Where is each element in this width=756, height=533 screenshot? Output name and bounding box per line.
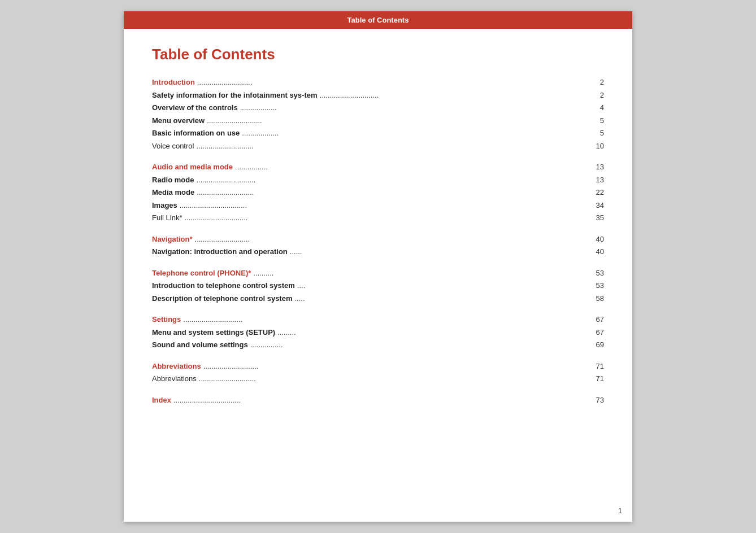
toc-heading-page: 71 bbox=[587, 361, 604, 372]
toc-entry-page: 5 bbox=[587, 115, 604, 126]
toc-heading-label: Introduction bbox=[152, 77, 195, 88]
toc-entry-dots: .................. bbox=[240, 102, 585, 113]
header-title: Table of Contents bbox=[347, 16, 409, 24]
toc-entry-label: Abbreviations bbox=[152, 373, 197, 385]
toc-entry-dots: ......... bbox=[277, 327, 585, 338]
toc-entry: Description of telephone control system … bbox=[152, 293, 604, 304]
toc-entry-label: Overview of the controls bbox=[152, 102, 238, 113]
page: Table of Contents Table of Contents Intr… bbox=[124, 11, 632, 522]
toc-entry-label: Basic information on use bbox=[152, 128, 240, 139]
toc-section-introduction: Introduction ...........................… bbox=[152, 77, 604, 151]
toc-heading-introduction: Introduction ...........................… bbox=[152, 77, 604, 88]
toc-entry-dots: ............................ bbox=[196, 141, 585, 152]
toc-entry: Navigation: introduction and operation .… bbox=[152, 246, 604, 257]
toc-entry: Abbreviations ..........................… bbox=[152, 373, 604, 385]
toc-heading-dots: ............................. bbox=[183, 314, 585, 325]
toc-entry: Images .................................… bbox=[152, 200, 604, 211]
toc-entry-dots: ............................... bbox=[184, 212, 585, 224]
toc-entry-label: Voice control bbox=[152, 141, 194, 152]
toc-entry-label: Menu overview bbox=[152, 115, 205, 126]
toc-entry: Sound and volume settings ..............… bbox=[152, 339, 604, 351]
toc-entry-dots: ...... bbox=[290, 246, 585, 257]
toc-heading-label: Index bbox=[152, 395, 171, 406]
toc-heading-dots: ................................. bbox=[173, 395, 585, 406]
content: Table of Contents Introduction .........… bbox=[124, 29, 632, 438]
toc-entry-page: 35 bbox=[587, 212, 604, 224]
toc-heading-page: 2 bbox=[587, 77, 604, 88]
toc-section-abbreviations: Abbreviations ..........................… bbox=[152, 361, 604, 385]
toc-entry: Safety information for the infotainment … bbox=[152, 90, 604, 101]
toc-entry: Menu and system settings (SETUP) .......… bbox=[152, 327, 604, 338]
toc-entry-dots: .................. bbox=[242, 128, 585, 139]
toc-entry-label: Images bbox=[152, 200, 177, 211]
toc-entry-label: Media mode bbox=[152, 187, 194, 198]
toc-entry-page: 2 bbox=[587, 90, 604, 101]
toc-entry: Introduction to telephone control system… bbox=[152, 280, 604, 291]
toc-entry-page: 40 bbox=[587, 246, 604, 257]
toc-entry-label: Menu and system settings (SETUP) bbox=[152, 327, 275, 338]
toc-entry-dots: ................ bbox=[250, 339, 585, 351]
toc-section-telephone: Telephone control (PHONE)* ..........53I… bbox=[152, 268, 604, 304]
toc-container: Introduction ...........................… bbox=[152, 77, 604, 405]
toc-heading-settings: Settings .............................67 bbox=[152, 314, 604, 325]
toc-heading-audio: Audio and media mode ................13 bbox=[152, 161, 604, 173]
toc-entry-dots: .... bbox=[297, 280, 585, 291]
toc-entry: Voice control ..........................… bbox=[152, 141, 604, 152]
toc-entry-label: Full Link* bbox=[152, 212, 182, 224]
toc-entry-page: 22 bbox=[587, 187, 604, 198]
toc-entry-dots: ..... bbox=[295, 293, 585, 304]
toc-heading-dots: .......... bbox=[253, 268, 585, 279]
toc-heading-page: 67 bbox=[587, 314, 604, 325]
toc-section-audio: Audio and media mode ................13R… bbox=[152, 161, 604, 224]
toc-heading-label: Navigation* bbox=[152, 234, 193, 245]
toc-section-navigation: Navigation* ...........................4… bbox=[152, 234, 604, 257]
toc-entry-label: Sound and volume settings bbox=[152, 339, 248, 351]
toc-heading-telephone: Telephone control (PHONE)* ..........53 bbox=[152, 268, 604, 279]
toc-entry-dots: ............................ bbox=[197, 187, 585, 198]
toc-entry-page: 69 bbox=[587, 339, 604, 351]
toc-entry-dots: ........................... bbox=[207, 115, 585, 126]
toc-section-index: Index .................................7… bbox=[152, 395, 604, 406]
toc-heading-dots: ........................... bbox=[195, 234, 585, 245]
toc-section-settings: Settings .............................67… bbox=[152, 314, 604, 351]
toc-heading-abbreviations: Abbreviations ..........................… bbox=[152, 361, 604, 372]
toc-entry-page: 5 bbox=[587, 128, 604, 139]
toc-entry-dots: ............................. bbox=[320, 90, 585, 101]
toc-heading-dots: ........................... bbox=[197, 77, 585, 88]
toc-heading-page: 13 bbox=[587, 161, 604, 173]
toc-heading-page: 73 bbox=[587, 395, 604, 406]
page-number: 1 bbox=[618, 507, 622, 515]
toc-entry: Overview of the controls ...............… bbox=[152, 102, 604, 113]
page-title: Table of Contents bbox=[152, 46, 604, 63]
toc-heading-navigation: Navigation* ...........................4… bbox=[152, 234, 604, 245]
toc-heading-dots: ................ bbox=[235, 161, 585, 173]
toc-heading-label: Abbreviations bbox=[152, 361, 201, 372]
toc-heading-label: Settings bbox=[152, 314, 181, 325]
toc-entry-label: Safety information for the infotainment … bbox=[152, 90, 318, 101]
toc-entry-page: 67 bbox=[587, 327, 604, 338]
toc-entry-page: 34 bbox=[587, 200, 604, 211]
toc-entry: Basic information on use ...............… bbox=[152, 128, 604, 139]
toc-entry-dots: ................................. bbox=[180, 200, 585, 211]
toc-entry-page: 58 bbox=[587, 293, 604, 304]
toc-entry-label: Navigation: introduction and operation bbox=[152, 246, 288, 257]
toc-entry: Full Link* .............................… bbox=[152, 212, 604, 224]
toc-entry-page: 71 bbox=[587, 373, 604, 385]
toc-heading-page: 53 bbox=[587, 268, 604, 279]
toc-entry-label: Introduction to telephone control system bbox=[152, 280, 295, 291]
toc-heading-page: 40 bbox=[587, 234, 604, 245]
toc-entry-page: 10 bbox=[587, 141, 604, 152]
toc-entry-dots: ............................. bbox=[196, 174, 585, 186]
header-bar: Table of Contents bbox=[124, 11, 632, 29]
toc-entry-page: 4 bbox=[587, 102, 604, 113]
toc-entry-page: 53 bbox=[587, 280, 604, 291]
toc-entry-page: 13 bbox=[587, 174, 604, 186]
toc-entry-dots: ............................ bbox=[199, 373, 585, 385]
toc-heading-index: Index .................................7… bbox=[152, 395, 604, 406]
toc-heading-dots: ........................... bbox=[203, 361, 585, 372]
toc-entry: Menu overview ..........................… bbox=[152, 115, 604, 126]
toc-entry: Media mode ............................2… bbox=[152, 187, 604, 198]
toc-entry-label: Radio mode bbox=[152, 174, 194, 186]
toc-entry-label: Description of telephone control system bbox=[152, 293, 293, 304]
toc-heading-label: Audio and media mode bbox=[152, 161, 233, 173]
